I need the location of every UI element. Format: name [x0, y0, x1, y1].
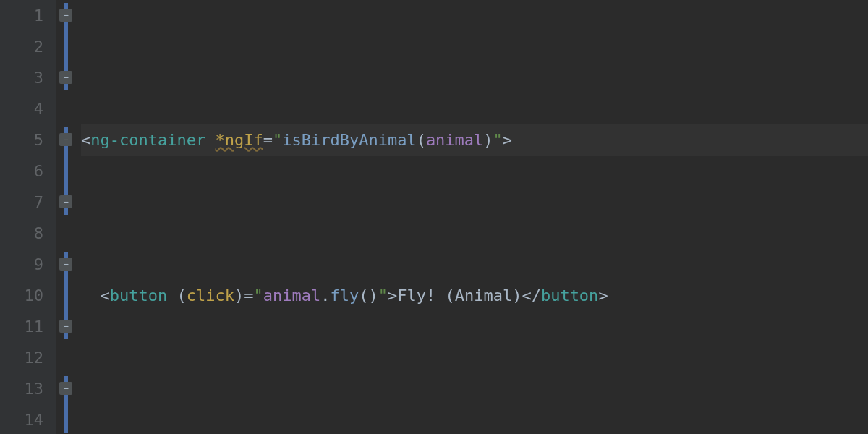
- tag-name: ng-container: [90, 131, 205, 149]
- code-editor[interactable]: 1 2 3 4 5 6 7 8 9 10 11 12 13 14 −−−−−−−…: [0, 0, 868, 434]
- paren: ): [483, 131, 493, 149]
- line-number: 14: [0, 404, 43, 434]
- event-binding: click: [187, 286, 234, 305]
- line-number: 9: [0, 249, 43, 280]
- code-area[interactable]: <ng-container *ngIf="isBirdByAnimal(anim…: [77, 0, 868, 434]
- angle-bracket: >: [598, 286, 608, 305]
- directive: *ngIf: [215, 131, 263, 149]
- line-number: 12: [0, 342, 43, 373]
- quote: ": [273, 131, 282, 149]
- line-number: 13: [0, 373, 43, 404]
- line-number-gutter: 1 2 3 4 5 6 7 8 9 10 11 12 13 14: [0, 0, 56, 434]
- binding-identifier: animal: [426, 131, 483, 149]
- fold-toggle-icon[interactable]: −: [59, 258, 72, 271]
- fold-toggle-icon[interactable]: −: [59, 382, 72, 395]
- line-number: 11: [0, 311, 43, 342]
- fold-toggle-icon[interactable]: −: [59, 133, 72, 146]
- fold-gutter[interactable]: −−−−−−−: [56, 0, 77, 434]
- equals: =: [244, 286, 253, 305]
- tag-name: button: [110, 286, 167, 305]
- angle-bracket: >: [503, 131, 512, 149]
- fold-toggle-icon[interactable]: −: [59, 9, 72, 22]
- angle-bracket: </: [522, 286, 541, 305]
- fold-toggle-icon[interactable]: −: [59, 71, 72, 84]
- line-number: 2: [0, 31, 43, 62]
- quote: ": [378, 286, 388, 305]
- line-number: 5: [0, 124, 43, 156]
- fold-toggle-icon[interactable]: −: [59, 195, 72, 208]
- binding-function: isBirdByAnimal: [282, 131, 416, 149]
- paren: (: [417, 131, 426, 149]
- angle-bracket: >: [388, 286, 397, 305]
- binding-identifier: animal: [263, 286, 320, 305]
- paren: (: [176, 286, 186, 305]
- angle-bracket: <: [81, 131, 90, 149]
- paren-pair: (): [359, 286, 378, 305]
- line-number: 4: [0, 93, 43, 124]
- binding-method: fly: [330, 286, 359, 305]
- quote: ": [253, 286, 263, 305]
- code-line[interactable]: <button (click)="animal.fly()">Fly! (Ani…: [81, 280, 868, 311]
- element-text: Fly! (Animal): [397, 286, 522, 305]
- quote: ": [493, 131, 503, 149]
- code-line[interactable]: <ng-container *ngIf="isBirdByAnimal(anim…: [81, 124, 868, 156]
- line-number: 1: [0, 0, 43, 31]
- line-number: 10: [0, 280, 43, 311]
- paren: ): [234, 286, 244, 305]
- fold-toggle-icon[interactable]: −: [59, 320, 72, 333]
- tag-name: button: [541, 286, 598, 305]
- line-number: 6: [0, 156, 43, 187]
- equals: =: [263, 131, 273, 149]
- line-number: 8: [0, 218, 43, 249]
- angle-bracket: <: [101, 286, 110, 305]
- line-number: 3: [0, 62, 43, 93]
- line-number: 7: [0, 187, 43, 218]
